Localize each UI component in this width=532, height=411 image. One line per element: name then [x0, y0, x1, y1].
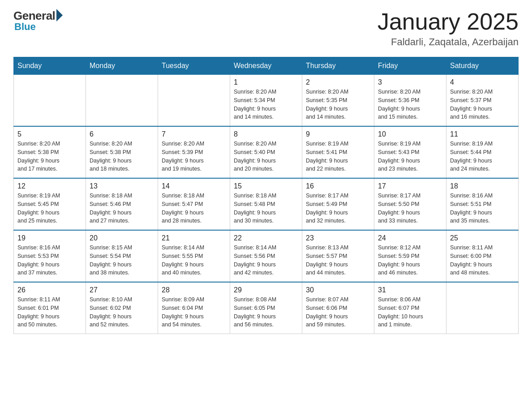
- day-info: Sunrise: 8:11 AMSunset: 6:00 PMDaylight:…: [450, 244, 515, 277]
- day-number: 27: [90, 286, 154, 294]
- day-number: 22: [234, 234, 298, 242]
- table-row: 12Sunrise: 8:19 AMSunset: 5:45 PMDayligh…: [14, 178, 86, 230]
- day-number: 3: [378, 78, 442, 86]
- table-row: 1Sunrise: 8:20 AMSunset: 5:34 PMDaylight…: [230, 75, 302, 127]
- table-row: 14Sunrise: 8:18 AMSunset: 5:47 PMDayligh…: [158, 178, 230, 230]
- day-number: 7: [162, 130, 226, 138]
- table-row: 10Sunrise: 8:19 AMSunset: 5:43 PMDayligh…: [374, 126, 446, 178]
- day-info: Sunrise: 8:10 AMSunset: 6:02 PMDaylight:…: [90, 295, 154, 329]
- day-number: 23: [306, 234, 370, 242]
- day-info: Sunrise: 8:20 AMSunset: 5:36 PMDaylight:…: [378, 88, 442, 121]
- day-number: 6: [90, 130, 154, 138]
- table-row: 11Sunrise: 8:19 AMSunset: 5:44 PMDayligh…: [446, 126, 519, 178]
- table-row: 9Sunrise: 8:19 AMSunset: 5:41 PMDaylight…: [302, 126, 374, 178]
- day-info: Sunrise: 8:12 AMSunset: 5:59 PMDaylight:…: [378, 244, 442, 277]
- col-tuesday: Tuesday: [158, 57, 230, 75]
- day-number: 24: [378, 234, 442, 242]
- day-info: Sunrise: 8:14 AMSunset: 5:56 PMDaylight:…: [234, 244, 298, 277]
- day-number: 12: [17, 182, 82, 190]
- logo: General Blue: [13, 9, 63, 33]
- table-row: 13Sunrise: 8:18 AMSunset: 5:46 PMDayligh…: [86, 178, 158, 230]
- day-info: Sunrise: 8:11 AMSunset: 6:01 PMDaylight:…: [17, 295, 82, 329]
- day-number: 5: [17, 130, 82, 138]
- day-number: 28: [162, 286, 226, 294]
- day-info: Sunrise: 8:15 AMSunset: 5:54 PMDaylight:…: [90, 244, 154, 277]
- day-number: 30: [306, 286, 370, 294]
- location-subtitle: Faldarli, Zaqatala, Azerbaijan: [378, 36, 519, 48]
- day-info: Sunrise: 8:19 AMSunset: 5:43 PMDaylight:…: [378, 140, 442, 173]
- table-row: [14, 75, 86, 127]
- day-info: Sunrise: 8:20 AMSunset: 5:38 PMDaylight:…: [17, 140, 82, 173]
- day-number: 17: [378, 182, 442, 190]
- calendar-week-row: 5Sunrise: 8:20 AMSunset: 5:38 PMDaylight…: [14, 126, 519, 178]
- day-number: 26: [17, 286, 82, 294]
- day-number: 2: [306, 78, 370, 86]
- day-number: 20: [90, 234, 154, 242]
- calendar-week-row: 12Sunrise: 8:19 AMSunset: 5:45 PMDayligh…: [14, 178, 519, 230]
- table-row: 26Sunrise: 8:11 AMSunset: 6:01 PMDayligh…: [14, 282, 86, 334]
- calendar-table: Sunday Monday Tuesday Wednesday Thursday…: [13, 57, 519, 334]
- day-info: Sunrise: 8:18 AMSunset: 5:46 PMDaylight:…: [90, 192, 154, 225]
- table-row: 6Sunrise: 8:20 AMSunset: 5:38 PMDaylight…: [86, 126, 158, 178]
- day-number: 29: [234, 286, 298, 294]
- table-row: 28Sunrise: 8:09 AMSunset: 6:04 PMDayligh…: [158, 282, 230, 334]
- table-row: 7Sunrise: 8:20 AMSunset: 5:39 PMDaylight…: [158, 126, 230, 178]
- table-row: 22Sunrise: 8:14 AMSunset: 5:56 PMDayligh…: [230, 230, 302, 282]
- day-number: 18: [450, 182, 515, 190]
- table-row: 15Sunrise: 8:18 AMSunset: 5:48 PMDayligh…: [230, 178, 302, 230]
- calendar-header-row: Sunday Monday Tuesday Wednesday Thursday…: [14, 57, 519, 75]
- col-thursday: Thursday: [302, 57, 374, 75]
- page-header: General Blue January 2025 Faldarli, Zaqa…: [13, 9, 519, 48]
- day-number: 9: [306, 130, 370, 138]
- day-info: Sunrise: 8:19 AMSunset: 5:41 PMDaylight:…: [306, 140, 370, 173]
- table-row: [158, 75, 230, 127]
- table-row: 2Sunrise: 8:20 AMSunset: 5:35 PMDaylight…: [302, 75, 374, 127]
- day-number: 11: [450, 130, 515, 138]
- logo-blue-text: Blue: [14, 21, 36, 33]
- table-row: 30Sunrise: 8:07 AMSunset: 6:06 PMDayligh…: [302, 282, 374, 334]
- calendar-week-row: 1Sunrise: 8:20 AMSunset: 5:34 PMDaylight…: [14, 75, 519, 127]
- table-row: 20Sunrise: 8:15 AMSunset: 5:54 PMDayligh…: [86, 230, 158, 282]
- day-number: 31: [378, 286, 442, 294]
- calendar-week-row: 26Sunrise: 8:11 AMSunset: 6:01 PMDayligh…: [14, 282, 519, 334]
- col-wednesday: Wednesday: [230, 57, 302, 75]
- day-info: Sunrise: 8:16 AMSunset: 5:53 PMDaylight:…: [17, 244, 82, 277]
- day-info: Sunrise: 8:19 AMSunset: 5:44 PMDaylight:…: [450, 140, 515, 173]
- day-info: Sunrise: 8:09 AMSunset: 6:04 PMDaylight:…: [162, 295, 226, 329]
- table-row: 18Sunrise: 8:16 AMSunset: 5:51 PMDayligh…: [446, 178, 519, 230]
- day-info: Sunrise: 8:17 AMSunset: 5:50 PMDaylight:…: [378, 192, 442, 225]
- day-number: 1: [234, 78, 298, 86]
- col-sunday: Sunday: [14, 57, 86, 75]
- day-number: 8: [234, 130, 298, 138]
- table-row: 5Sunrise: 8:20 AMSunset: 5:38 PMDaylight…: [14, 126, 86, 178]
- title-section: January 2025 Faldarli, Zaqatala, Azerbai…: [378, 9, 519, 48]
- day-number: 14: [162, 182, 226, 190]
- day-info: Sunrise: 8:20 AMSunset: 5:34 PMDaylight:…: [234, 88, 298, 121]
- day-info: Sunrise: 8:18 AMSunset: 5:47 PMDaylight:…: [162, 192, 226, 225]
- table-row: 21Sunrise: 8:14 AMSunset: 5:55 PMDayligh…: [158, 230, 230, 282]
- table-row: 3Sunrise: 8:20 AMSunset: 5:36 PMDaylight…: [374, 75, 446, 127]
- day-number: 15: [234, 182, 298, 190]
- day-info: Sunrise: 8:14 AMSunset: 5:55 PMDaylight:…: [162, 244, 226, 277]
- day-number: 16: [306, 182, 370, 190]
- day-info: Sunrise: 8:16 AMSunset: 5:51 PMDaylight:…: [450, 192, 515, 225]
- table-row: [86, 75, 158, 127]
- day-info: Sunrise: 8:17 AMSunset: 5:49 PMDaylight:…: [306, 192, 370, 225]
- table-row: 29Sunrise: 8:08 AMSunset: 6:05 PMDayligh…: [230, 282, 302, 334]
- table-row: 17Sunrise: 8:17 AMSunset: 5:50 PMDayligh…: [374, 178, 446, 230]
- day-info: Sunrise: 8:20 AMSunset: 5:35 PMDaylight:…: [306, 88, 370, 121]
- col-saturday: Saturday: [446, 57, 519, 75]
- table-row: 23Sunrise: 8:13 AMSunset: 5:57 PMDayligh…: [302, 230, 374, 282]
- day-number: 10: [378, 130, 442, 138]
- table-row: 16Sunrise: 8:17 AMSunset: 5:49 PMDayligh…: [302, 178, 374, 230]
- col-monday: Monday: [86, 57, 158, 75]
- day-info: Sunrise: 8:07 AMSunset: 6:06 PMDaylight:…: [306, 295, 370, 329]
- table-row: 31Sunrise: 8:06 AMSunset: 6:07 PMDayligh…: [374, 282, 446, 334]
- table-row: 19Sunrise: 8:16 AMSunset: 5:53 PMDayligh…: [14, 230, 86, 282]
- table-row: 8Sunrise: 8:20 AMSunset: 5:40 PMDaylight…: [230, 126, 302, 178]
- calendar-week-row: 19Sunrise: 8:16 AMSunset: 5:53 PMDayligh…: [14, 230, 519, 282]
- day-info: Sunrise: 8:18 AMSunset: 5:48 PMDaylight:…: [234, 192, 298, 225]
- table-row: 24Sunrise: 8:12 AMSunset: 5:59 PMDayligh…: [374, 230, 446, 282]
- day-info: Sunrise: 8:13 AMSunset: 5:57 PMDaylight:…: [306, 244, 370, 277]
- day-number: 25: [450, 234, 515, 242]
